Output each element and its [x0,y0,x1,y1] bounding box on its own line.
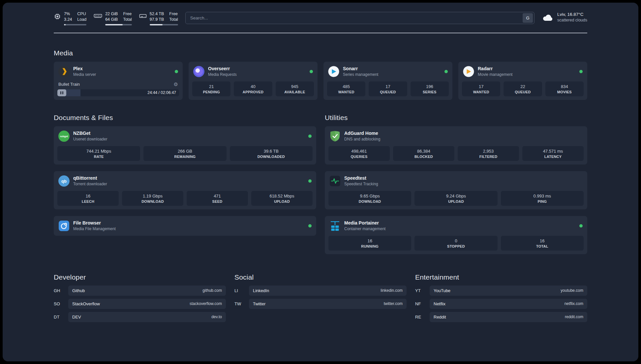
playback-progress-bar[interactable]: 24:44 / 02:06:47 [57,89,179,96]
disk-usage-bar [150,24,178,25]
stat-box: 40 APPROVED [234,81,272,96]
service-link-filebrowser[interactable]: File Browser Media File Management [57,220,313,232]
bookmark-link-netflix[interactable]: Netflix netflix.com [430,299,587,309]
service-link-radarr[interactable]: Radarr Movie management [462,65,584,78]
bookmark-link-youtube[interactable]: YouTube youtube.com [430,286,587,296]
bookmark-link-twitter[interactable]: Twitter twitter.com [249,299,407,309]
stat-value: 16 [59,194,117,198]
service-card-qbittorrent: qb qBittorrent Torrent downloader 16 LEE… [54,171,316,209]
stat-box: 471 SEED [187,191,248,206]
service-name: Plex [73,66,96,71]
service-desc: Speedtest Tracking [344,182,378,186]
service-card-portainer: Media Portainer Container management 16 … [325,216,587,254]
stat-label: UPLOAD [416,199,496,203]
memory-free: 22 GiB [105,11,118,17]
stat-box: 17 WANTED [462,81,500,96]
bookmark-row: GH Github github.com [54,286,226,296]
service-name: Overseerr [208,66,237,71]
pause-button[interactable] [57,89,66,96]
service-link-sonarr[interactable]: Sonarr Series management [327,65,449,78]
status-dot [175,70,178,73]
bookmark-link-github[interactable]: Github github.com [68,286,226,296]
bookmark-abbr: TW [234,301,249,306]
weather-condition: scattered clouds [557,18,587,22]
status-dot [579,224,583,228]
section-title-entertainment: Entertainment [415,273,587,281]
memory-total: 64 GiB [105,17,118,22]
memory-usage-bar [105,24,132,25]
section-title-documents: Documents & Files [54,114,316,122]
service-link-nzbget[interactable]: nzbget NZBGet Usenet downloader [57,130,313,142]
service-link-qbittorrent[interactable]: qb qBittorrent Torrent downloader [57,175,313,187]
bookmark-row: LI LinkedIn linkedin.com [234,286,407,296]
search-provider-button[interactable]: G [523,13,533,23]
status-dot [308,224,312,228]
service-card-speedtest: Speedtest Speedtest Tracking 9.65 Gbps D… [325,171,587,209]
stat-label: PING [502,199,582,203]
bookmark-link-reddit[interactable]: Reddit reddit.com [430,312,587,322]
stat-box: 485 WANTED [327,81,365,96]
disk-label-top: Free [169,11,178,17]
stat-value: 22 [505,84,540,89]
stat-box: 498,461 QUERIES [328,146,390,161]
header-divider [54,33,587,33]
cpu-usage-bar [64,24,86,25]
bookmark-link-dev[interactable]: DEV dev.to [68,312,226,322]
stat-box: 744.21 Mbps RATE [57,146,140,161]
stat-value: 744.21 Mbps [59,149,139,154]
stat-label: QUEUED [370,90,406,94]
stat-label: QUEUED [505,90,540,94]
service-card-nzbget: nzbget NZBGet Usenet downloader 744.21 M… [54,126,316,165]
stat-box: 945 AVAILABLE [276,81,314,96]
overseerr-icon [193,66,204,77]
status-dot [308,135,312,138]
service-desc: Torrent downloader [73,182,107,186]
service-link-speedtest[interactable]: Speedtest Speedtest Tracking [328,175,584,187]
service-card-overseerr: Overseerr Media Requests 21 PENDING 40 A… [189,62,318,100]
service-desc: Media server [73,72,96,77]
bookmark-link-linkedin[interactable]: LinkedIn linkedin.com [249,286,407,296]
status-dot [579,70,583,73]
service-link-adguard[interactable]: AdGuard Home DNS and adblocking [328,130,584,142]
stat-box: 196 SERIES [411,81,449,96]
service-desc: Media File Management [73,227,116,231]
service-name: qBittorrent [73,175,107,181]
bookmark-abbr: SO [54,301,68,306]
bookmark-abbr: DT [54,315,68,319]
section-title-media: Media [54,49,587,57]
bookmark-row: YT YouTube youtube.com [415,286,587,296]
stat-label: QUERIES [330,155,388,159]
service-name: File Browser [73,220,116,226]
search-input[interactable] [186,12,523,24]
service-name: NZBGet [73,131,107,136]
stat-value: 2,953 [459,149,518,154]
stat-value: 0 [416,238,496,243]
stat-label: BLOCKED [394,155,453,159]
adguard-icon [329,131,341,142]
service-link-portainer[interactable]: Media Portainer Container management [328,220,584,232]
service-card-sonarr: Sonarr Series management 485 WANTED 17 Q… [323,62,452,100]
stat-value: 86,384 [394,149,453,154]
stat-box: 16 LEECH [57,191,119,206]
service-desc: Movie management [478,72,512,77]
stat-box: 1.19 Gbps DOWNLOAD [122,191,183,206]
bookmark-link-stackoverflow[interactable]: StackOverflow stackoverflow.com [68,299,226,309]
service-desc: Container management [344,227,385,231]
service-desc: Series management [343,72,378,77]
service-desc: Media Requests [208,72,237,77]
stat-label: MOVIES [547,90,582,94]
gear-icon[interactable]: ⚙ [174,82,178,87]
service-link-overseerr[interactable]: Overseerr Media Requests [192,65,314,78]
stat-box: 266 GB REMAINING [143,146,226,161]
cpu-icon [54,13,61,20]
memory-label-bottom: Total [123,17,132,22]
section-title-social: Social [234,273,407,281]
service-link-plex[interactable]: Plex Media server [57,65,179,78]
stat-box: 9.24 Gbps UPLOAD [414,191,497,206]
memory-label-top: Free [123,11,132,17]
cloud-icon [542,13,554,21]
now-playing-title: Bullet Train [58,82,80,87]
bookmark-abbr: RE [415,315,430,319]
stat-box: 0.993 ms PING [501,191,584,206]
disk-total: 97.9 TB [150,17,164,22]
